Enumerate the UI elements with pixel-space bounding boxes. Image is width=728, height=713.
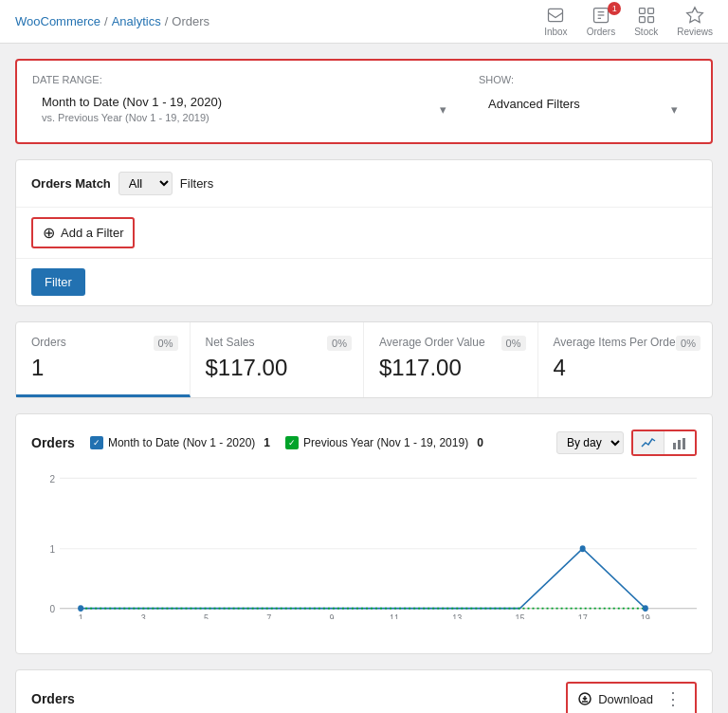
breadcrumb: WooCommerce / Analytics / Orders <box>15 14 209 28</box>
chart-controls: By day <box>556 430 697 456</box>
stat-net-sales-badge: 0% <box>327 336 352 351</box>
show-label: Show: <box>479 74 687 85</box>
svg-text:19: 19 <box>641 613 650 619</box>
show-group: Show: Advanced Filters Advanced Filters … <box>479 74 687 129</box>
breadcrumb-analytics[interactable]: Analytics <box>112 14 161 28</box>
svg-text:3: 3 <box>141 613 146 619</box>
nav-inbox[interactable]: Inbox <box>544 6 567 37</box>
date-range-group: Date Range: Month to Date (Nov 1 - 19, 2… <box>32 74 456 129</box>
svg-text:13: 13 <box>452 613 462 619</box>
legend-previous: ✓ Previous Year (Nov 1 - 19, 2019) 0 <box>285 436 483 449</box>
more-options-button[interactable]: ⋮ <box>661 688 685 709</box>
orders-badge: 1 <box>608 2 621 15</box>
svg-rect-12 <box>682 438 685 449</box>
legend-blue-check: ✓ <box>90 436 103 449</box>
filters-label: Filters <box>180 176 213 191</box>
svg-marker-9 <box>687 8 703 23</box>
download-area: Download ⋮ <box>566 682 697 713</box>
stat-net-sales-value: $117.00 <box>206 355 349 381</box>
download-button[interactable]: Download <box>577 691 653 706</box>
nav-reviews-label: Reviews <box>677 27 713 37</box>
breadcrumb-sep2: / <box>165 14 169 28</box>
chart-svg: 2 1 0 1 3 5 7 9 11 13 15 17 19 Nov 2020 <box>31 467 697 619</box>
svg-rect-0 <box>549 9 563 21</box>
svg-rect-11 <box>678 440 681 449</box>
chart-area: 2 1 0 1 3 5 7 9 11 13 15 17 19 Nov 2020 <box>31 467 697 638</box>
stat-avg-order-value: $117.00 <box>379 355 522 381</box>
stat-orders: Orders 1 0% <box>16 322 191 397</box>
date-range-label: Date Range: <box>32 74 456 85</box>
stat-avg-order-label: Average Order Value <box>379 336 522 349</box>
add-filter-row: ⊕ Add a Filter <box>16 208 712 259</box>
date-filter-section: Date Range: Month to Date (Nov 1 - 19, 2… <box>15 59 713 144</box>
nav-reviews[interactable]: Reviews <box>677 6 713 37</box>
stats-section: Orders 1 0% Net Sales $117.00 0% Average… <box>15 321 713 398</box>
legend-current-label: Month to Date (Nov 1 - 2020) <box>108 436 255 449</box>
svg-text:9: 9 <box>329 613 334 619</box>
orders-table-title: Orders <box>31 691 75 706</box>
breadcrumb-current: Orders <box>172 14 209 28</box>
legend-current: ✓ Month to Date (Nov 1 - 2020) 1 <box>90 436 270 449</box>
nav-orders-label: Orders <box>587 27 616 37</box>
orders-table-header: Orders Download ⋮ <box>16 670 712 713</box>
svg-rect-8 <box>647 17 653 23</box>
add-filter-button[interactable]: ⊕ Add a Filter <box>31 217 135 248</box>
stat-avg-items-badge: 0% <box>676 336 701 351</box>
svg-rect-7 <box>639 17 645 23</box>
orders-match-section: Orders Match All Any Filters ⊕ Add a Fil… <box>15 159 713 306</box>
breadcrumb-sep1: / <box>104 14 108 28</box>
add-filter-label: Add a Filter <box>61 226 123 240</box>
chart-legend-row: Orders ✓ Month to Date (Nov 1 - 2020) 1 … <box>31 435 483 450</box>
by-day-select[interactable]: By day <box>556 431 624 454</box>
top-nav: WooCommerce / Analytics / Orders Inbox 1… <box>0 0 728 44</box>
svg-point-32 <box>580 545 586 552</box>
svg-text:1: 1 <box>49 543 55 556</box>
svg-text:1: 1 <box>79 613 83 619</box>
top-icons-group: Inbox 1 Orders Stock Re <box>544 6 713 37</box>
main-content: Date Range: Month to Date (Nov 1 - 19, 2… <box>0 44 728 713</box>
svg-rect-10 <box>673 443 676 449</box>
svg-point-33 <box>643 605 648 612</box>
svg-rect-6 <box>647 9 653 14</box>
orders-match-header: Orders Match All Any Filters <box>16 160 712 208</box>
stat-avg-order-badge: 0% <box>501 336 526 351</box>
stat-orders-label: Orders <box>31 336 174 349</box>
orders-match-label: Orders Match <box>31 176 111 191</box>
chart-view-buttons <box>631 430 697 456</box>
stat-orders-badge: 0% <box>154 336 178 351</box>
chart-section: Orders ✓ Month to Date (Nov 1 - 2020) 1 … <box>15 413 713 654</box>
svg-rect-5 <box>639 9 645 14</box>
svg-text:15: 15 <box>515 613 524 619</box>
show-select-wrapper: Advanced Filters Advanced Filters ▾ <box>479 89 687 129</box>
legend-green-check: ✓ <box>285 436 299 449</box>
chart-title: Orders <box>31 435 75 450</box>
stat-avg-items-value: 4 <box>554 355 698 381</box>
download-label: Download <box>598 692 653 706</box>
orders-match-select[interactable]: All Any <box>118 172 173 195</box>
svg-text:5: 5 <box>204 613 209 619</box>
date-range-select-wrapper: Month to Date (Nov 1 - 19, 2020) vs. Pre… <box>32 89 456 129</box>
nav-stock[interactable]: Stock <box>634 6 658 37</box>
stat-orders-value: 1 <box>31 355 174 381</box>
orders-table-section: Orders Download ⋮ Date ↓ Order # <box>15 669 713 713</box>
svg-text:7: 7 <box>266 613 271 619</box>
stat-avg-order: Average Order Value $117.00 0% <box>364 322 538 397</box>
nav-inbox-label: Inbox <box>544 27 567 37</box>
download-icon <box>577 691 592 706</box>
nav-orders[interactable]: 1 Orders <box>587 6 616 37</box>
svg-text:2: 2 <box>49 472 55 484</box>
filter-btn-row: Filter <box>16 259 712 305</box>
line-chart-button[interactable] <box>633 431 664 454</box>
chart-header: Orders ✓ Month to Date (Nov 1 - 2020) 1 … <box>31 430 697 456</box>
svg-text:11: 11 <box>390 613 399 619</box>
breadcrumb-woo[interactable]: WooCommerce <box>15 14 100 28</box>
bar-chart-button[interactable] <box>664 431 695 454</box>
stat-net-sales: Net Sales $117.00 0% <box>191 322 365 397</box>
nav-stock-label: Stock <box>634 27 658 37</box>
stat-avg-items: Average Items Per Order 4 0% <box>538 322 713 397</box>
legend-previous-count: 0 <box>477 436 483 449</box>
svg-text:17: 17 <box>578 613 588 619</box>
svg-text:0: 0 <box>49 603 55 615</box>
filter-apply-button[interactable]: Filter <box>31 268 85 296</box>
legend-current-count: 1 <box>264 436 270 449</box>
